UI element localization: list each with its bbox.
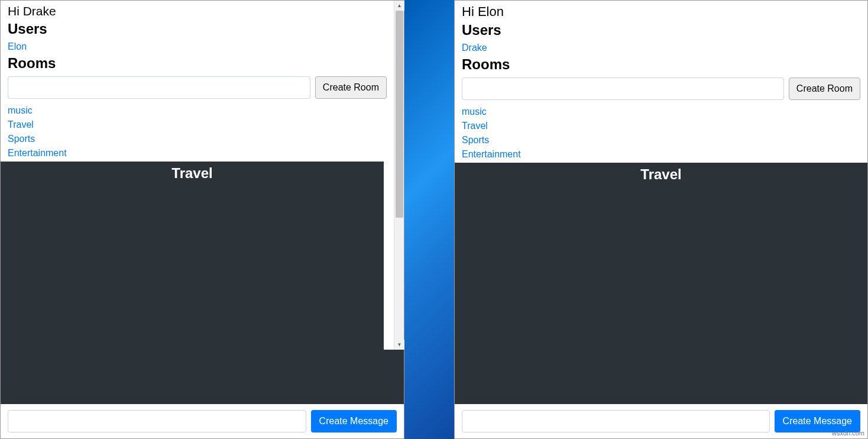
right-header: Hi Elon Users Drake Rooms Create Room mu…: [455, 1, 867, 163]
room-name-input[interactable]: [8, 76, 310, 99]
room-link-music[interactable]: music: [462, 105, 860, 119]
scrollbar-thumb[interactable]: [396, 11, 403, 218]
create-room-row: Create Room: [8, 76, 387, 99]
message-input[interactable]: [8, 410, 306, 432]
right-pane: Hi Elon Users Drake Rooms Create Room mu…: [454, 0, 868, 439]
create-message-button[interactable]: Create Message: [311, 410, 397, 432]
create-room-row: Create Room: [462, 78, 860, 100]
chat-room-title: Travel: [1, 162, 384, 185]
users-title: Users: [8, 21, 387, 37]
room-link-travel[interactable]: Travel: [462, 119, 860, 133]
left-header: Hi Drake Users Elon Rooms Create Room mu…: [1, 1, 394, 162]
create-room-button[interactable]: Create Room: [315, 76, 387, 99]
rooms-title: Rooms: [462, 56, 860, 73]
room-link-entertainment[interactable]: Entertainment: [462, 147, 860, 162]
room-link-travel[interactable]: Travel: [8, 118, 387, 132]
user-link-drake[interactable]: Drake: [462, 41, 860, 55]
message-input[interactable]: [462, 410, 770, 432]
room-name-input[interactable]: [462, 78, 784, 100]
room-link-sports[interactable]: Sports: [462, 133, 860, 147]
room-link-sports[interactable]: Sports: [8, 132, 387, 146]
rooms-title: Rooms: [8, 55, 387, 72]
left-scroll-area: Hi Drake Users Elon Rooms Create Room mu…: [1, 1, 404, 350]
user-link-elon[interactable]: Elon: [8, 40, 387, 54]
left-pane: Hi Drake Users Elon Rooms Create Room mu…: [0, 0, 404, 439]
rooms-list: music Travel Sports Entertainment: [462, 105, 860, 163]
chat-room-title: Travel: [455, 163, 867, 186]
scroll-up-icon[interactable]: ▲: [394, 1, 404, 11]
scrollbar-track[interactable]: ▲ ▼: [394, 1, 404, 350]
message-compose-row: Create Message: [1, 404, 404, 438]
greeting-text: Hi Drake: [8, 4, 387, 18]
chat-lower: Create Message: [1, 350, 404, 438]
chat-area: Travel Create Message: [455, 163, 867, 438]
watermark: wsxdn.com: [832, 430, 864, 437]
rooms-list: music Travel Sports Entertainment: [8, 104, 387, 162]
create-room-button[interactable]: Create Room: [789, 78, 860, 100]
room-link-entertainment[interactable]: Entertainment: [8, 146, 387, 160]
message-compose-row: Create Message: [455, 404, 867, 438]
room-link-music[interactable]: music: [8, 104, 387, 118]
chat-area: Travel: [1, 162, 384, 350]
greeting-text: Hi Elon: [462, 4, 860, 20]
chat-messages-lower: [1, 350, 404, 404]
chat-messages: [1, 185, 384, 350]
scroll-down-icon[interactable]: ▼: [394, 340, 404, 350]
chat-messages: [455, 186, 867, 404]
users-title: Users: [462, 22, 860, 38]
